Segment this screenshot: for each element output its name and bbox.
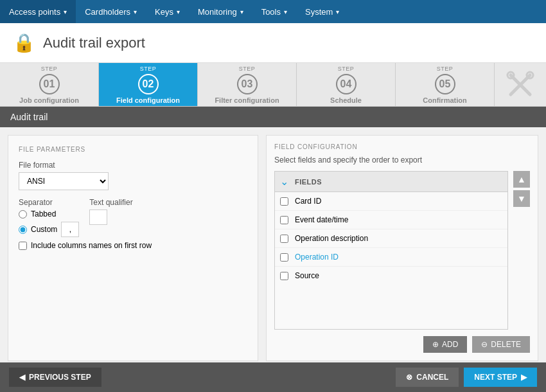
step-01[interactable]: STEP 01 Job configuration — [0, 63, 99, 106]
sort-icon[interactable]: ⌄ — [280, 175, 288, 188]
include-columns-row: Include columns names on first row — [19, 241, 247, 250]
nav-cardholders[interactable]: Cardholders ▾ — [76, 0, 146, 23]
include-columns-checkbox[interactable] — [19, 242, 27, 250]
field-checkbox-source[interactable] — [280, 272, 288, 280]
chevron-down-icon: ▾ — [336, 8, 339, 15]
separator-custom-input[interactable] — [61, 222, 79, 237]
file-format-label: File format — [19, 161, 247, 170]
section-title: Audit trail — [0, 107, 546, 127]
field-checkbox-card-id[interactable] — [280, 197, 288, 206]
field-config-title: FIELD CONFIGURATION — [274, 143, 530, 150]
field-checkbox-event-datetime[interactable] — [280, 216, 288, 224]
chevron-down-icon: ▾ — [284, 8, 287, 15]
text-qualifier-input[interactable] — [89, 209, 107, 225]
separator-tabbed-option[interactable]: Tabbed — [19, 209, 79, 218]
step-05[interactable]: STEP 05 Confirmation — [396, 63, 495, 106]
add-button[interactable]: ⊕ ADD — [423, 336, 467, 353]
fields-side-buttons: ▲ ▼ — [513, 171, 530, 330]
plus-icon: ⊕ — [432, 340, 439, 349]
field-checkbox-operation-id[interactable] — [280, 253, 288, 262]
page-header: 🔒 Audit trail export — [0, 23, 546, 63]
nav-monitoring[interactable]: Monitoring ▾ — [189, 0, 252, 23]
field-row-card-id: Card ID — [275, 192, 507, 211]
page-title: Audit trail export — [43, 35, 145, 51]
step-icon-area — [495, 63, 546, 106]
file-format-select[interactable]: ANSI UTF-8 Unicode — [19, 172, 109, 190]
field-row-source: Source — [275, 267, 507, 285]
chevron-down-icon: ▾ — [134, 8, 137, 15]
move-down-button[interactable]: ▼ — [513, 190, 530, 207]
chevron-down-icon: ▾ — [177, 8, 180, 15]
separator-custom-option[interactable]: Custom — [19, 222, 79, 237]
field-row-event-datetime: Event date/time — [275, 211, 507, 229]
separator-label: Separator — [19, 198, 79, 207]
separator-custom-radio[interactable] — [19, 226, 27, 234]
text-qualifier-group: Text qualifier — [89, 198, 132, 225]
step-03[interactable]: STEP 03 Filter configuration — [198, 63, 297, 106]
cancel-button[interactable]: ⊗ CANCEL — [396, 368, 459, 387]
text-qualifier-label: Text qualifier — [89, 198, 132, 207]
steps-bar: STEP 01 Job configuration STEP 02 Field … — [0, 63, 546, 107]
arrow-left-icon: ◀ — [19, 373, 25, 382]
separator-group: Separator Tabbed Custom — [19, 198, 79, 237]
file-parameters-panel: FILE PARAMETERS File format ANSI UTF-8 U… — [8, 135, 258, 361]
previous-step-button[interactable]: ◀ PREVIOUS STEP — [9, 368, 101, 387]
file-parameters-title: FILE PARAMETERS — [19, 146, 247, 153]
nav-system[interactable]: System ▾ — [296, 0, 348, 23]
delete-icon: ⊖ — [481, 340, 488, 349]
field-row-operation-description: Operation description — [275, 229, 507, 248]
step-02[interactable]: STEP 02 Field configuration — [99, 63, 198, 106]
next-step-button[interactable]: NEXT STEP ▶ — [464, 368, 537, 387]
arrow-right-icon: ▶ — [521, 373, 527, 382]
separator-qualifier-row: Separator Tabbed Custom Text qualifier — [19, 198, 247, 237]
nav-tools[interactable]: Tools ▾ — [252, 0, 296, 23]
chevron-down-icon: ▾ — [240, 8, 243, 15]
fields-header: ⌄ FIELDS — [275, 172, 507, 192]
tools-icon — [504, 69, 536, 101]
fields-area-wrapper: ⌄ FIELDS Card ID Event date/time Operati… — [274, 171, 530, 330]
footer: ◀ PREVIOUS STEP ⊗ CANCEL NEXT STEP ▶ — [0, 362, 546, 392]
nav-access-points[interactable]: Access points ▾ — [0, 0, 76, 23]
fields-table: ⌄ FIELDS Card ID Event date/time Operati… — [274, 171, 508, 330]
chevron-down-icon: ▾ — [64, 8, 67, 15]
main-content: FILE PARAMETERS File format ANSI UTF-8 U… — [0, 127, 546, 369]
field-configuration-panel: FIELD CONFIGURATION Select fields and sp… — [266, 135, 538, 361]
top-navigation: Access points ▾ Cardholders ▾ Keys ▾ Mon… — [0, 0, 546, 23]
file-format-group: File format ANSI UTF-8 Unicode — [19, 161, 247, 190]
move-up-button[interactable]: ▲ — [513, 171, 530, 188]
delete-button[interactable]: ⊖ DELETE — [472, 336, 530, 353]
audit-trail-icon: 🔒 — [13, 32, 35, 53]
cancel-icon: ⊗ — [406, 373, 412, 382]
field-checkbox-operation-description[interactable] — [280, 235, 288, 243]
separator-radio-group: Tabbed Custom — [19, 209, 79, 237]
step-04[interactable]: STEP 04 Schedule — [297, 63, 396, 106]
footer-right-buttons: ⊗ CANCEL NEXT STEP ▶ — [396, 368, 537, 387]
add-delete-buttons: ⊕ ADD ⊖ DELETE — [274, 336, 530, 353]
separator-tabbed-radio[interactable] — [19, 210, 27, 218]
nav-keys[interactable]: Keys ▾ — [146, 0, 189, 23]
field-config-description: Select fields and specify the order to e… — [274, 156, 530, 165]
field-row-operation-id: Operation ID — [275, 248, 507, 267]
